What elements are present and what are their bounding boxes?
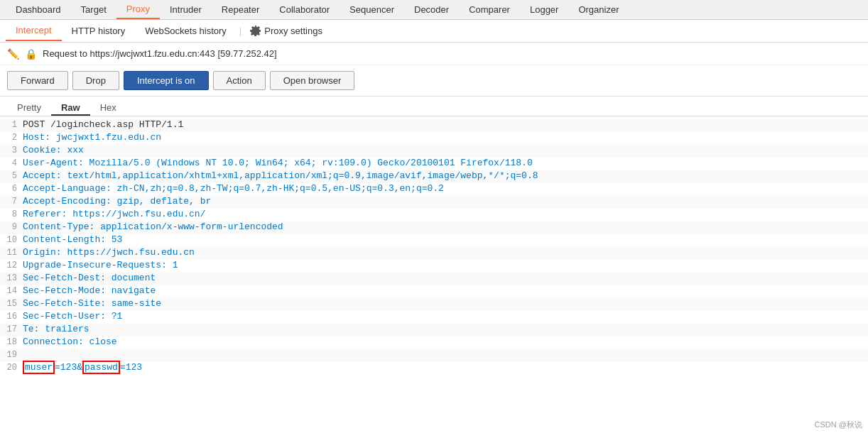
request-url: Request to https://jwcjwxt1.fzu.edu.cn:4… (43, 48, 277, 59)
line-content: Cookie: xxx (23, 145, 865, 155)
open-browser-button[interactable]: Open browser (270, 71, 355, 90)
line-number: 10 (3, 234, 23, 245)
nav-intruder[interactable]: Intruder (160, 0, 212, 19)
line-number: 1 (3, 119, 23, 130)
line-content: Connection: close (23, 336, 865, 347)
line-content: Host: jwcjwxt1.fzu.edu.cn (23, 132, 865, 143)
code-line: 1POST /logincheck.asp HTTP/1.1 (0, 119, 868, 132)
sub-tabs: Intercept HTTP history WebSockets histor… (0, 20, 868, 43)
code-line: 11Origin: https://jwch.fsu.edu.cn (0, 247, 868, 260)
nav-logger[interactable]: Logger (520, 0, 568, 19)
watermark: CSDN @秋说 (815, 420, 862, 430)
line-content: muser=123&passwd=123 (23, 362, 865, 373)
intercept-toggle-button[interactable]: Intercept is on (124, 71, 209, 90)
tab-hex[interactable]: Hex (90, 99, 126, 116)
line-content: Upgrade-Insecure-Requests: 1 (23, 260, 865, 270)
line-content: Sec-Fetch-Mode: navigate (23, 285, 865, 296)
code-line: 15Sec-Fetch-Site: same-site (0, 298, 868, 311)
code-line: 8Referer: https://jwch.fsu.edu.cn/ (0, 209, 868, 221)
code-line: 14Sec-Fetch-Mode: navigate (0, 285, 868, 298)
code-area[interactable]: 1POST /logincheck.asp HTTP/1.12Host: jwc… (0, 116, 868, 433)
nav-sequencer[interactable]: Sequencer (340, 0, 404, 19)
line-number: 12 (3, 260, 23, 270)
code-line: 12Upgrade-Insecure-Requests: 1 (0, 260, 868, 273)
nav-dashboard[interactable]: Dashboard (6, 0, 71, 19)
proxy-settings-button[interactable]: Proxy settings (244, 23, 328, 40)
line-number: 7 (3, 196, 23, 207)
code-line: 2Host: jwcjwxt1.fzu.edu.cn (0, 132, 868, 145)
code-line: 10Content-Length: 53 (0, 234, 868, 247)
nav-collaborator[interactable]: Collaborator (269, 0, 340, 19)
nav-proxy[interactable]: Proxy (116, 0, 160, 19)
code-line: 7Accept-Encoding: gzip, deflate, br (0, 196, 868, 209)
line-content: Accept-Encoding: gzip, deflate, br (23, 196, 865, 207)
line-number: 14 (3, 285, 23, 296)
line-number: 4 (3, 158, 23, 168)
line-number: 6 (3, 183, 23, 194)
top-nav: Dashboard Target Proxy Intruder Repeater… (0, 0, 868, 20)
line-content: Sec-Fetch-User: ?1 (23, 311, 865, 322)
nav-repeater[interactable]: Repeater (212, 0, 269, 19)
line-number: 11 (3, 247, 23, 258)
code-line: 6Accept-Language: zh-CN,zh;q=0.8,zh-TW;q… (0, 183, 868, 196)
line-number: 20 (3, 362, 23, 373)
action-button[interactable]: Action (213, 71, 266, 90)
nav-decoder[interactable]: Decoder (404, 0, 459, 19)
tab-pretty[interactable]: Pretty (7, 99, 51, 116)
line-content: Sec-Fetch-Dest: document (23, 273, 865, 283)
request-info-bar: ✏️ 🔒 Request to https://jwcjwxt1.fzu.edu… (0, 43, 868, 65)
nav-comparer[interactable]: Comparer (459, 0, 520, 19)
line-content: Accept-Language: zh-CN,zh;q=0.8,zh-TW;q=… (23, 183, 865, 194)
lock-icon: 🔒 (25, 48, 37, 60)
code-line: 13Sec-Fetch-Dest: document (0, 273, 868, 285)
drop-button[interactable]: Drop (72, 71, 119, 90)
line-number: 8 (3, 209, 23, 219)
highlight-muser: muser (23, 361, 55, 374)
code-line: 4User-Agent: Mozilla/5.0 (Windows NT 10.… (0, 158, 868, 170)
line-content: User-Agent: Mozilla/5.0 (Windows NT 10.0… (23, 158, 865, 168)
code-line: 5Accept: text/html,application/xhtml+xml… (0, 170, 868, 183)
nav-organizer[interactable]: Organizer (568, 0, 629, 19)
code-line: 20muser=123&passwd=123 (0, 362, 868, 375)
code-line: 9Content-Type: application/x-www-form-ur… (0, 221, 868, 234)
code-line: 16Sec-Fetch-User: ?1 (0, 311, 868, 324)
line-number: 2 (3, 132, 23, 143)
line-number: 15 (3, 298, 23, 309)
tab-intercept[interactable]: Intercept (6, 21, 62, 41)
forward-button[interactable]: Forward (7, 71, 68, 90)
view-tabs: Pretty Raw Hex (0, 97, 868, 116)
line-number: 5 (3, 170, 23, 181)
action-bar: Forward Drop Intercept is on Action Open… (0, 65, 868, 97)
nav-target[interactable]: Target (71, 0, 116, 19)
tab-divider: | (239, 26, 242, 36)
line-content: Content-Type: application/x-www-form-url… (23, 221, 865, 232)
line-content: Origin: https://jwch.fsu.edu.cn (23, 247, 865, 258)
line-content: Referer: https://jwch.fsu.edu.cn/ (23, 209, 865, 219)
pencil-icon: ✏️ (7, 48, 19, 60)
line-number: 16 (3, 311, 23, 322)
line-number: 9 (3, 221, 23, 232)
tab-raw[interactable]: Raw (51, 99, 90, 116)
line-number: 13 (3, 273, 23, 283)
line-content: Te: trailers (23, 324, 865, 334)
code-line: 19 (0, 349, 868, 362)
line-number: 19 (3, 349, 23, 360)
line-content: Content-Length: 53 (23, 234, 865, 245)
line-content: Accept: text/html,application/xhtml+xml,… (23, 170, 865, 181)
highlight-passwd: passwd (82, 361, 120, 374)
code-line: 17Te: trailers (0, 324, 868, 336)
tab-http-history[interactable]: HTTP history (62, 21, 136, 40)
line-number: 3 (3, 145, 23, 155)
line-number: 18 (3, 336, 23, 347)
gear-icon (250, 26, 261, 37)
code-line: 18Connection: close (0, 336, 868, 349)
line-content: Sec-Fetch-Site: same-site (23, 298, 865, 309)
proxy-settings-label: Proxy settings (264, 26, 322, 36)
line-content: POST /logincheck.asp HTTP/1.1 (23, 119, 865, 130)
line-number: 17 (3, 324, 23, 334)
tab-websockets-history[interactable]: WebSockets history (135, 21, 237, 40)
code-line: 3Cookie: xxx (0, 145, 868, 158)
